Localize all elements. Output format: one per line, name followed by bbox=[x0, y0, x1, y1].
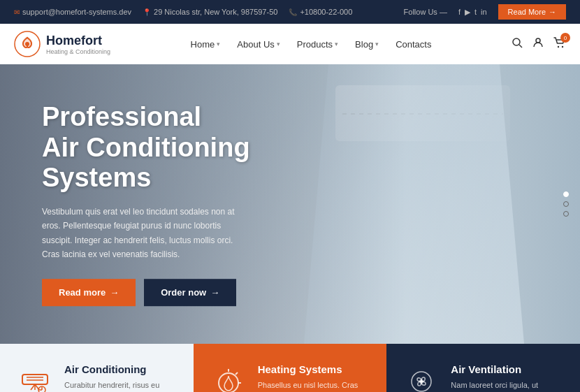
service-air-conditioning-info: Air Conditioning Curabitur hendrerit, ri… bbox=[64, 363, 177, 392]
order-now-button[interactable]: Order now → bbox=[144, 279, 236, 306]
cart-icon[interactable]: 0 bbox=[553, 37, 566, 51]
email-contact: ✉ support@homefort-systems.dev bbox=[14, 8, 131, 16]
svg-point-1 bbox=[25, 42, 29, 46]
arrow-icon: → bbox=[549, 8, 556, 16]
address-contact: 📍 29 Nicolas str, New York, 987597-50 bbox=[143, 8, 277, 16]
service-heating-systems: Heating Systems Phasellus eu nisl lectus… bbox=[194, 344, 387, 392]
hero-content: Professional Air Conditioning Systems Ve… bbox=[42, 102, 252, 306]
nav-about[interactable]: About Us▾ bbox=[237, 39, 280, 50]
hero-buttons: Read more → Order now → bbox=[42, 279, 252, 306]
service-heating-info: Heating Systems Phasellus eu nisl lectus… bbox=[258, 363, 370, 392]
logo-text: Homefort Heating & Conditioning bbox=[46, 34, 110, 55]
follow-us-label: Follow Us — bbox=[404, 8, 447, 16]
nav-home[interactable]: Home▾ bbox=[191, 39, 221, 50]
slide-dot-1[interactable] bbox=[563, 191, 569, 197]
twitter-icon[interactable]: t bbox=[474, 8, 477, 17]
service-air-conditioning: Air Conditioning Curabitur hendrerit, ri… bbox=[0, 344, 194, 392]
phone-icon: 📞 bbox=[289, 8, 297, 16]
user-icon[interactable] bbox=[532, 37, 544, 51]
services-section: Air Conditioning Curabitur hendrerit, ri… bbox=[0, 344, 580, 392]
search-icon[interactable] bbox=[512, 37, 523, 51]
slide-dot-2[interactable] bbox=[563, 201, 569, 207]
cart-badge: 0 bbox=[560, 33, 570, 43]
nav-icons: 0 bbox=[512, 37, 566, 51]
heating-icon bbox=[210, 363, 247, 392]
svg-point-6 bbox=[562, 46, 563, 48]
social-icons[interactable]: f ▶ t in bbox=[458, 8, 487, 17]
svg-line-3 bbox=[519, 45, 522, 48]
svg-line-10 bbox=[31, 384, 35, 390]
service-ventilation-info: Air Ventilation Nam laoreet orci ligula,… bbox=[451, 363, 563, 392]
svg-line-18 bbox=[235, 372, 238, 375]
svg-rect-7 bbox=[22, 375, 48, 384]
logo[interactable]: Homefort Heating & Conditioning bbox=[14, 31, 110, 57]
svg-point-2 bbox=[513, 38, 520, 45]
linkedin-icon[interactable]: in bbox=[481, 8, 487, 17]
nav-blog[interactable]: Blog▾ bbox=[355, 39, 379, 50]
chevron-icon: ▾ bbox=[335, 41, 338, 48]
read-more-hero-button[interactable]: Read more → bbox=[42, 279, 136, 306]
nav-products[interactable]: Products▾ bbox=[297, 39, 338, 50]
youtube-icon[interactable]: ▶ bbox=[465, 8, 470, 17]
facebook-icon[interactable]: f bbox=[458, 8, 461, 17]
phone-contact: 📞 +10800-22-000 bbox=[289, 8, 352, 16]
air-conditioning-icon bbox=[17, 363, 53, 392]
arrow-right-icon: → bbox=[210, 287, 219, 298]
top-bar: ✉ support@homefort-systems.dev 📍 29 Nico… bbox=[0, 0, 580, 24]
ventilation-icon bbox=[403, 363, 440, 392]
arrow-right-icon: → bbox=[110, 287, 119, 298]
svg-point-4 bbox=[536, 38, 540, 43]
nav-contacts[interactable]: Contacts bbox=[396, 39, 431, 50]
navbar: Homefort Heating & Conditioning Home▾ Ab… bbox=[0, 24, 580, 64]
slide-dots bbox=[563, 191, 569, 217]
chevron-icon: ▾ bbox=[375, 41, 379, 48]
location-icon: 📍 bbox=[143, 8, 151, 16]
service-air-ventilation: Air Ventilation Nam laoreet orci ligula,… bbox=[386, 344, 580, 392]
chevron-icon: ▾ bbox=[217, 41, 220, 48]
slide-dot-3[interactable] bbox=[563, 211, 569, 217]
nav-links: Home▾ About Us▾ Products▾ Blog▾ Contacts bbox=[124, 39, 498, 50]
chevron-icon: ▾ bbox=[277, 41, 280, 48]
email-icon: ✉ bbox=[14, 8, 20, 16]
hero-title: Professional Air Conditioning Systems bbox=[42, 102, 252, 194]
logo-icon bbox=[14, 31, 41, 57]
hero-section: Professional Air Conditioning Systems Ve… bbox=[0, 64, 580, 344]
hero-description: Vestibulum quis erat vel leo tincidunt s… bbox=[42, 205, 252, 262]
read-more-button[interactable]: Read More → bbox=[498, 4, 566, 20]
svg-point-5 bbox=[558, 46, 559, 48]
